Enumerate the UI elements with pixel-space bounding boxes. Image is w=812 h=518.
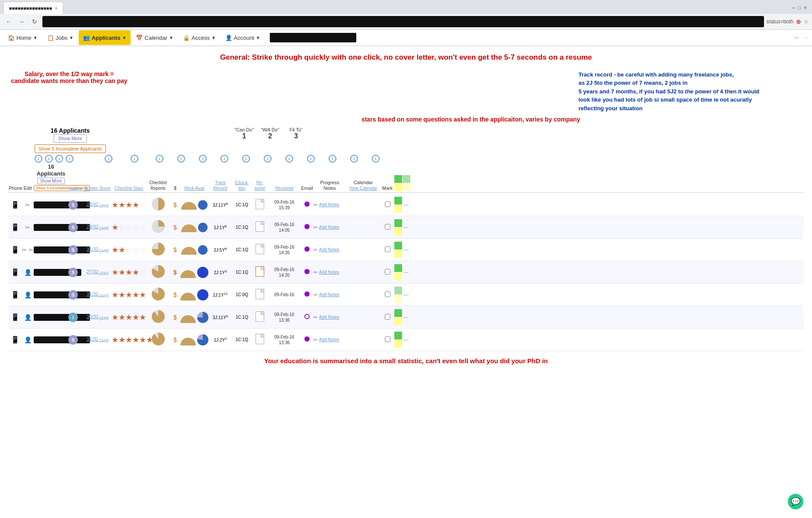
screen-score-link-2[interactable]: 29/32 [248]	[86, 224, 109, 229]
screen-score-link-3[interactable]: 31/32 [249]	[86, 246, 109, 252]
show-more-button-2[interactable]: Show More	[37, 178, 65, 184]
edit-cell-4: 👤	[22, 269, 34, 276]
screen-score-link-5[interactable]: 31/32 [243]	[86, 291, 109, 297]
blue-circle-1	[198, 200, 208, 210]
browser-tab[interactable]: ■■■■■■■■■■■■■■■ ×	[3, 2, 63, 14]
info-circle-10[interactable]: i	[221, 155, 228, 163]
resume-cell-5	[252, 289, 268, 301]
info-circle-16[interactable]: i	[350, 155, 358, 163]
edit-icon[interactable]: ✂	[25, 201, 30, 208]
info-circle-3[interactable]: i	[55, 155, 63, 163]
resume-icon-4[interactable]	[256, 266, 264, 277]
mark-checkbox-2[interactable]	[385, 224, 390, 230]
info-circle-17[interactable]: i	[372, 155, 380, 163]
add-notes-link-7[interactable]: Add Notes	[319, 337, 339, 342]
header-right: "Can Do" 1 "Will Do" 2 Fit To" 3	[136, 127, 803, 141]
screen-score-header: Screen Score	[83, 185, 112, 191]
email-dot-6	[304, 314, 310, 319]
edit-icon-2[interactable]: ✂	[25, 224, 30, 231]
add-notes-link-6[interactable]: Add Notes	[319, 315, 339, 320]
resume-icon-6[interactable]	[256, 311, 264, 322]
applicants-header: 16 Applicants Show More Show 5 Incomplet…	[35, 127, 803, 153]
salary-cell-4: $	[170, 269, 180, 276]
info-circle-13[interactable]: i	[285, 155, 293, 163]
show-incomplete-button[interactable]: Show 5 Incomplete Applicants	[35, 144, 106, 153]
nav-jobs[interactable]: 📋 Jobs ▼	[43, 30, 78, 45]
mark-checkbox-6[interactable]	[385, 314, 390, 320]
tab-close-button[interactable]: ×	[55, 6, 58, 11]
edit-cell-3: ✂ ✂	[22, 246, 34, 253]
window-minimize[interactable]: ─	[792, 5, 796, 11]
nav-calendar[interactable]: 📅 Calendar ▼	[131, 30, 178, 45]
info-circle-15[interactable]: i	[329, 155, 336, 163]
notes-icon-4: ✏	[313, 269, 318, 275]
received-cell-7: 09-Feb-1613:36	[268, 334, 301, 345]
info-circle-9[interactable]: i	[199, 155, 207, 163]
nav-back-arrow[interactable]: ←	[794, 34, 801, 42]
phone-cell-3: 📱	[9, 246, 22, 254]
mark-checkbox-1[interactable]	[385, 201, 390, 207]
mark-checkbox-5[interactable]	[385, 291, 390, 297]
resume-cell-1	[252, 199, 268, 211]
mark-checkbox-4[interactable]	[385, 269, 390, 275]
window-maximize[interactable]: □	[798, 5, 801, 11]
resume-icon-2[interactable]	[256, 221, 264, 232]
screen-score-link-4[interactable]: 27/32 [221]	[86, 269, 109, 274]
resume-icon-1[interactable]	[256, 199, 264, 209]
screen-score-link-7[interactable]: 31/32 [243]	[86, 336, 109, 342]
refresh-button[interactable]: ↻	[29, 16, 40, 27]
resume-icon-3[interactable]	[256, 244, 264, 254]
info-circle-2[interactable]: i	[45, 155, 53, 163]
pie-chart-5	[152, 288, 165, 301]
track-cell-6: 3J:11Y5	[208, 314, 232, 320]
add-notes-link-4[interactable]: Add Notes	[319, 270, 339, 275]
received-date-4: 09-Feb-1614:20	[268, 267, 301, 278]
back-button[interactable]: ←	[3, 16, 14, 27]
resume-cell-4	[252, 266, 268, 278]
access-icon: 🔒	[183, 35, 190, 41]
received-date-2: 09-Feb-1614:05	[268, 222, 301, 233]
add-notes-link-2[interactable]: Add Notes	[319, 225, 339, 230]
address-bar[interactable]	[42, 16, 764, 27]
mark-checkbox-7[interactable]	[385, 336, 390, 342]
add-notes-link-3[interactable]: Add Notes	[319, 247, 339, 252]
calendar-header: Calendar View Calendar	[346, 180, 380, 191]
applicant-row-3: 📱 ✂ ✂ S 31/32 [249] ★★☆☆☆ $	[9, 239, 803, 261]
add-notes-link-5[interactable]: Add Notes	[319, 292, 339, 297]
screen-score-cell-5: 31/32 [243]	[83, 291, 112, 298]
screen-score-link-6[interactable]: 30/32 [238]	[86, 314, 109, 319]
mark-checkbox-3[interactable]	[385, 246, 390, 252]
screen-score-link-1[interactable]: 28/32 [264]	[86, 201, 109, 207]
stars-5: ★★★★★	[112, 291, 146, 299]
nav-applicants-label: Applicants	[92, 35, 120, 41]
edit-header: Edit	[22, 185, 34, 191]
info-circle-11[interactable]: i	[242, 155, 250, 163]
info-circle-7[interactable]: i	[156, 155, 163, 163]
window-close[interactable]: ×	[804, 5, 807, 11]
resume-icon-5[interactable]	[256, 289, 264, 299]
info-circle-8[interactable]: i	[177, 155, 185, 163]
info-circle-5[interactable]: i	[105, 155, 112, 163]
nav-account[interactable]: 👤 Account ▼	[221, 30, 265, 45]
show-more-button[interactable]: Show More	[54, 134, 87, 143]
resume-cell-6	[252, 311, 268, 323]
info-circle-12[interactable]: i	[264, 155, 272, 163]
edit-icon-3b[interactable]: ✂	[29, 246, 34, 253]
nav-jobs-label: Jobs	[56, 35, 67, 41]
nav-home[interactable]: 🏠 Home ▼	[3, 30, 42, 45]
nav-applicants[interactable]: 👥 Applicants ▼	[79, 30, 131, 45]
info-circle-14[interactable]: i	[307, 155, 315, 163]
resume-icon-7[interactable]	[256, 334, 264, 344]
info-circle-4[interactable]: i	[66, 155, 74, 163]
info-circle-1[interactable]: i	[35, 155, 42, 163]
info-circle-6[interactable]: i	[131, 155, 138, 163]
forward-button[interactable]: →	[16, 16, 27, 27]
mark-header: Mark	[380, 185, 394, 191]
source-s-icon-7: S	[68, 335, 78, 345]
add-notes-link-1[interactable]: Add Notes	[319, 202, 339, 207]
checklist-cell-2	[146, 220, 170, 234]
edit-icon-3[interactable]: ✂	[22, 246, 27, 253]
nav-access[interactable]: 🔒 Access ▼	[179, 30, 220, 45]
email-cell-5	[301, 291, 313, 298]
track-cell-2: 1J:1Y6	[208, 224, 232, 230]
